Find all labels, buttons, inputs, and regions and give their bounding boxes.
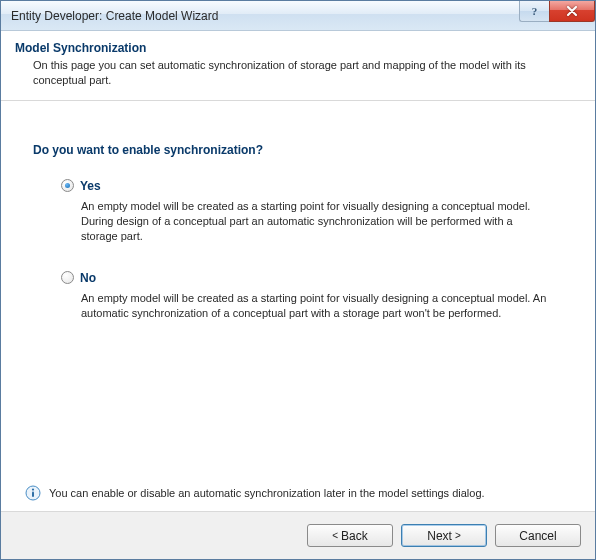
help-button[interactable]: ?: [519, 1, 549, 22]
next-button-label: Next: [427, 529, 452, 543]
wizard-footer: < Back Next > Cancel: [1, 511, 595, 559]
option-no-row[interactable]: No: [61, 271, 563, 285]
info-icon: [25, 485, 41, 501]
close-icon: [566, 6, 578, 16]
wizard-header: Model Synchronization On this page you c…: [1, 31, 595, 101]
back-button-label: Back: [341, 529, 368, 543]
option-yes: Yes An empty model will be created as a …: [61, 179, 563, 245]
wizard-content: Do you want to enable synchronization? Y…: [1, 101, 595, 485]
titlebar: Entity Developer: Create Model Wizard ?: [1, 1, 595, 31]
radio-yes[interactable]: [61, 179, 74, 192]
header-subtitle: On this page you can set automatic synch…: [15, 58, 581, 88]
info-row: You can enable or disable an automatic s…: [1, 485, 595, 511]
option-yes-description: An empty model will be created as a star…: [81, 199, 551, 245]
window-title: Entity Developer: Create Model Wizard: [11, 9, 218, 23]
radio-no[interactable]: [61, 271, 74, 284]
close-button[interactable]: [549, 1, 595, 22]
chevron-right-icon: >: [455, 531, 461, 541]
svg-text:?: ?: [532, 5, 538, 17]
info-text: You can enable or disable an automatic s…: [49, 487, 485, 499]
question-text: Do you want to enable synchronization?: [33, 143, 563, 157]
next-button[interactable]: Next >: [401, 524, 487, 547]
chevron-left-icon: <: [332, 531, 338, 541]
option-no-label[interactable]: No: [80, 271, 96, 285]
cancel-button[interactable]: Cancel: [495, 524, 581, 547]
help-icon: ?: [529, 5, 540, 17]
option-no-description: An empty model will be created as a star…: [81, 291, 551, 322]
option-no: No An empty model will be created as a s…: [61, 271, 563, 322]
option-yes-row[interactable]: Yes: [61, 179, 563, 193]
option-yes-label[interactable]: Yes: [80, 179, 101, 193]
cancel-button-label: Cancel: [519, 529, 556, 543]
titlebar-buttons: ?: [519, 1, 595, 22]
svg-point-2: [32, 489, 34, 491]
header-title: Model Synchronization: [15, 41, 581, 55]
wizard-window: Entity Developer: Create Model Wizard ? …: [0, 0, 596, 560]
back-button[interactable]: < Back: [307, 524, 393, 547]
svg-rect-3: [32, 492, 34, 498]
